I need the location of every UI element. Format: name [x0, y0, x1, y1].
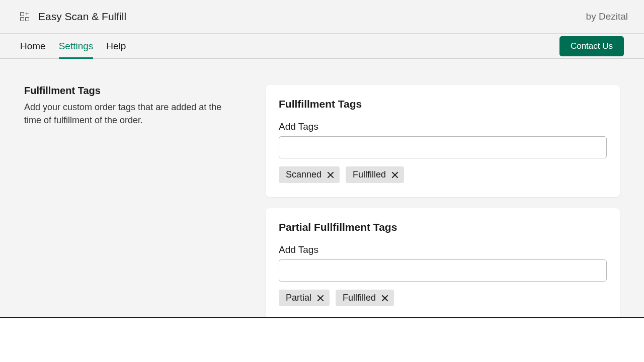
nav-tab-help[interactable]: Help — [106, 34, 126, 58]
fulfillment-tags-card: Fullfillment Tags Add Tags Scanned Fullf… — [266, 85, 620, 197]
app-byline: by Dezital — [586, 11, 628, 22]
card-title: Partial Fullfillment Tags — [279, 221, 607, 233]
nav-bar: Home Settings Help Contact Us — [0, 34, 644, 59]
cards-column: Fullfillment Tags Add Tags Scanned Fullf… — [266, 85, 620, 320]
contact-us-button[interactable]: Contact Us — [559, 36, 624, 56]
app-header-left: Easy Scan & Fulfill — [20, 11, 126, 23]
tag-chip-label: Fullfilled — [343, 293, 376, 303]
remove-tag-icon[interactable] — [327, 171, 335, 179]
fulfillment-tags-chips: Scanned Fullfilled — [279, 166, 607, 183]
partial-fulfillment-tags-card: Partial Fullfillment Tags Add Tags Parti… — [266, 208, 620, 320]
remove-tag-icon[interactable] — [391, 171, 399, 179]
remove-tag-icon[interactable] — [316, 294, 325, 302]
app-header: Easy Scan & Fulfill by Dezital — [0, 0, 644, 34]
nav-tabs: Home Settings Help — [20, 34, 126, 58]
tag-chip-label: Fullfilled — [353, 169, 386, 180]
app-grid-icon — [20, 12, 29, 21]
remove-tag-icon[interactable] — [381, 294, 389, 302]
fulfillment-tags-input[interactable] — [279, 136, 607, 158]
partial-tags-chips: Partial Fullfilled — [279, 290, 607, 306]
nav-tab-home[interactable]: Home — [20, 34, 46, 58]
section-title: Fulfillment Tags — [24, 85, 235, 97]
tag-chip: Scanned — [279, 166, 340, 183]
section-description: Fulfillment Tags Add your custom order t… — [24, 85, 246, 320]
app-title: Easy Scan & Fulfill — [38, 11, 126, 23]
tag-chip: Fullfilled — [346, 166, 404, 183]
tag-chip-label: Partial — [286, 293, 311, 303]
partial-tags-input[interactable] — [279, 259, 607, 282]
section-text: Add your custom order tags that are adde… — [24, 101, 235, 127]
tag-chip: Fullfilled — [336, 290, 394, 306]
content-scroll[interactable]: Fulfillment Tags Add your custom order t… — [0, 59, 644, 362]
card-title: Fullfillment Tags — [279, 98, 607, 110]
field-label: Add Tags — [279, 244, 607, 255]
content-inner: Fulfillment Tags Add your custom order t… — [0, 59, 644, 320]
tag-chip-label: Scanned — [286, 169, 321, 180]
tag-chip: Partial — [279, 290, 330, 306]
bottom-fill — [0, 318, 644, 362]
field-label: Add Tags — [279, 121, 607, 132]
nav-tab-settings[interactable]: Settings — [59, 34, 94, 58]
